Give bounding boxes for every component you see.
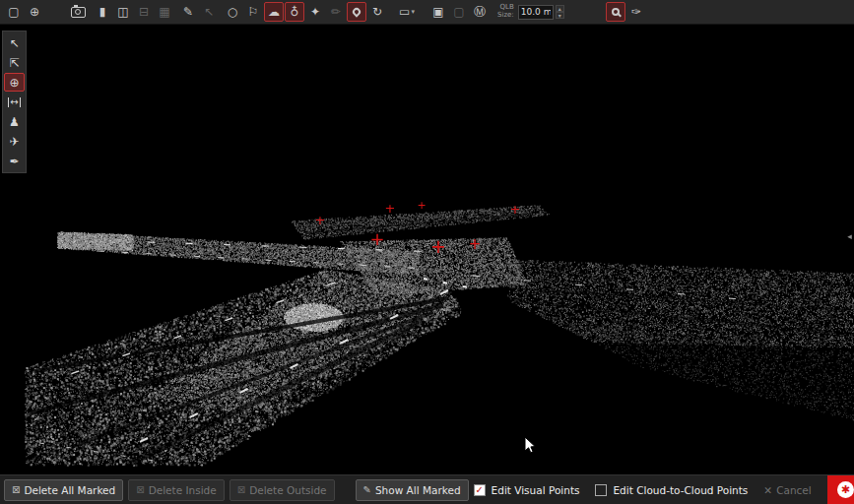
lens-highlight-icon[interactable] — [606, 2, 625, 22]
view-split-icon-glyph: ◫ — [117, 5, 128, 19]
measure-distance-tool[interactable]: ↔ — [4, 93, 25, 111]
select-cursor-tool-glyph: ↖ — [9, 36, 19, 50]
stepper-down-icon[interactable]: ▾ — [556, 12, 564, 19]
section-box-dropdown[interactable]: ▭▾ — [397, 2, 417, 22]
cube-view-icon-glyph: ▣ — [432, 5, 443, 19]
cube-wire-icon: ▢ — [449, 2, 469, 22]
point-cloud-canvas[interactable] — [0, 25, 854, 474]
smart-select-tool[interactable]: ⇱ — [4, 53, 25, 72]
optimize-bundle-button[interactable]: ✱ Optimize Bundle — [827, 475, 854, 504]
view-grid-icon-glyph: ▦ — [159, 5, 169, 19]
fly-navigation-tool-glyph: ✈ — [9, 135, 19, 149]
app-window: ▢⊕ ▮◫⊟▦ ✎↖ ○⚐☁♁✦✏↻ ▭▾ ▣▢Ⓜ QLB Size: ▴ ▾ … — [0, 0, 854, 504]
select-cursor-icon-glyph: ↖ — [204, 5, 214, 19]
left-toolbar: ↖⇱⊕↔♟✈✒ — [2, 31, 27, 173]
delete-outside-label: Delete Outside — [249, 484, 326, 496]
bottom-bar: ⊠Delete All Marked⊠Delete Inside⊠Delete … — [0, 474, 854, 504]
edit-cloud-to-cloud-points-checkbox[interactable]: Edit Cloud-to-Cloud Points — [595, 484, 748, 496]
toolbar-group-draw: ✎↖ — [178, 2, 219, 22]
qlb-label-line2: Size: — [497, 12, 514, 20]
location-pin-icon[interactable] — [347, 2, 366, 22]
location-pin-icon-glyph — [351, 6, 361, 17]
show-all-marked-icon: ✎ — [363, 484, 371, 495]
delete-outside-icon: ⊠ — [237, 484, 245, 495]
delete-all-marked-label: Delete All Marked — [24, 484, 115, 496]
pick-coordinate-icon[interactable]: ⊕ — [25, 2, 44, 22]
draw-line-icon-glyph: ✎ — [183, 5, 193, 19]
camera-icon-glyph — [71, 7, 86, 18]
pin-rotate-icon-glyph: ↻ — [372, 5, 382, 19]
pen-marker-icon: ✏ — [326, 2, 346, 22]
pen-marker-icon-glyph: ✏ — [331, 5, 341, 19]
draw-line-icon[interactable]: ✎ — [178, 2, 198, 22]
edit-cloud-to-cloud-points-box[interactable] — [595, 484, 607, 496]
toolbar-group-views: ▮◫⊟▦ — [93, 2, 174, 22]
fly-navigation-tool[interactable]: ✈ — [4, 132, 25, 151]
view-horizontal-split-icon: ⊟ — [134, 2, 154, 22]
cube-view-icon[interactable]: ▣ — [428, 2, 448, 22]
bottom-button-group: ⊠Delete All Marked⊠Delete Inside⊠Delete … — [4, 479, 474, 501]
globe-surface-icon[interactable]: ♁ — [285, 2, 304, 22]
pick-move-tool[interactable]: ⊕ — [4, 73, 25, 92]
brush-tool-icon-glyph: ✑ — [631, 5, 641, 19]
delete-inside-button: ⊠Delete Inside — [128, 479, 225, 501]
section-box-dropdown-glyph: ▭ — [399, 5, 410, 19]
cloud-points-icon[interactable]: ☁ — [264, 2, 284, 22]
camera-icon[interactable] — [68, 2, 88, 22]
walk-view-tool[interactable]: ♟ — [4, 112, 25, 131]
view-horizontal-split-icon-glyph: ⊟ — [139, 5, 149, 19]
star-marker-icon[interactable]: ✦ — [305, 2, 325, 22]
delete-inside-icon: ⊠ — [136, 484, 144, 495]
qlb-size-label: QLB Size: — [497, 4, 514, 19]
view-split-icon[interactable]: ◫ — [113, 2, 133, 22]
circle-marker-icon[interactable]: ○ — [223, 2, 242, 22]
select-area-icon-glyph: ▢ — [8, 5, 19, 19]
select-area-icon[interactable]: ▢ — [4, 2, 24, 22]
toolbar-group-camera — [68, 2, 88, 22]
pick-move-tool-glyph: ⊕ — [9, 76, 19, 90]
select-cursor-icon: ↖ — [199, 2, 219, 22]
toolbar-group-qlb: ▣▢Ⓜ QLB Size: ▴ ▾ — [428, 2, 564, 22]
bottom-checkbox-group: ✓Edit Visual PointsEdit Cloud-to-Cloud P… — [474, 484, 764, 496]
edit-cloud-to-cloud-points-label: Edit Cloud-to-Cloud Points — [613, 484, 748, 496]
star-marker-icon-glyph: ✦ — [310, 5, 320, 19]
show-all-marked-label: Show All Marked — [375, 484, 461, 496]
cancel-icon: ✕ — [763, 484, 772, 496]
measure-distance-tool-glyph: ↔ — [8, 97, 20, 107]
show-all-marked-button[interactable]: ✎Show All Marked — [356, 479, 469, 501]
view-grid-icon: ▦ — [155, 2, 174, 22]
pick-coordinate-icon-glyph: ⊕ — [30, 5, 39, 19]
qlb-size-stepper[interactable]: ▴ ▾ — [556, 5, 564, 19]
pin-rotate-icon[interactable]: ↻ — [367, 2, 387, 22]
stepper-up-icon[interactable]: ▴ — [556, 5, 564, 12]
mouse-cursor — [524, 436, 537, 455]
cube-wire-icon-glyph: ▢ — [453, 5, 464, 19]
edit-visual-points-box[interactable]: ✓ — [474, 484, 486, 496]
edit-visual-points-label: Edit Visual Points — [492, 484, 580, 496]
brush-tool-icon[interactable]: ✑ — [626, 2, 646, 22]
tag-marker-icon[interactable]: ⚐ — [243, 2, 263, 22]
optimize-bundle-icon: ✱ — [837, 481, 854, 498]
coordinate-m-icon[interactable]: Ⓜ — [470, 2, 490, 22]
walk-view-tool-glyph: ♟ — [9, 115, 20, 129]
section-box-dropdown-caret: ▾ — [411, 8, 415, 16]
select-cursor-tool[interactable]: ↖ — [4, 33, 25, 52]
delete-inside-label: Delete Inside — [149, 484, 217, 496]
delete-outside-button: ⊠Delete Outside — [230, 479, 335, 501]
viewport-3d[interactable]: +++++++ ◂ ↖⇱⊕↔♟✈✒ — [0, 25, 854, 474]
cloud-points-icon-glyph: ☁ — [268, 5, 280, 19]
paint-select-tool-glyph: ✒ — [9, 155, 19, 168]
circle-marker-icon-glyph: ○ — [228, 5, 237, 19]
toolbar-group-section: ▭▾ — [397, 2, 417, 22]
edit-visual-points-checkbox[interactable]: ✓Edit Visual Points — [474, 484, 580, 496]
paint-select-tool[interactable]: ✒ — [4, 152, 25, 170]
smart-select-tool-glyph: ⇱ — [9, 56, 19, 70]
globe-surface-icon-glyph: ♁ — [291, 5, 299, 19]
view-single-icon[interactable]: ▮ — [93, 2, 112, 22]
top-toolbar: ▢⊕ ▮◫⊟▦ ✎↖ ○⚐☁♁✦✏↻ ▭▾ ▣▢Ⓜ QLB Size: ▴ ▾ … — [0, 0, 854, 25]
toolbar-group-markers: ○⚐☁♁✦✏↻ — [223, 2, 387, 22]
cancel-button: ✕ Cancel — [763, 484, 811, 496]
delete-all-marked-button[interactable]: ⊠Delete All Marked — [4, 479, 123, 501]
qlb-size-input[interactable] — [518, 5, 554, 20]
panel-expander-arrow[interactable]: ◂ — [845, 227, 854, 245]
